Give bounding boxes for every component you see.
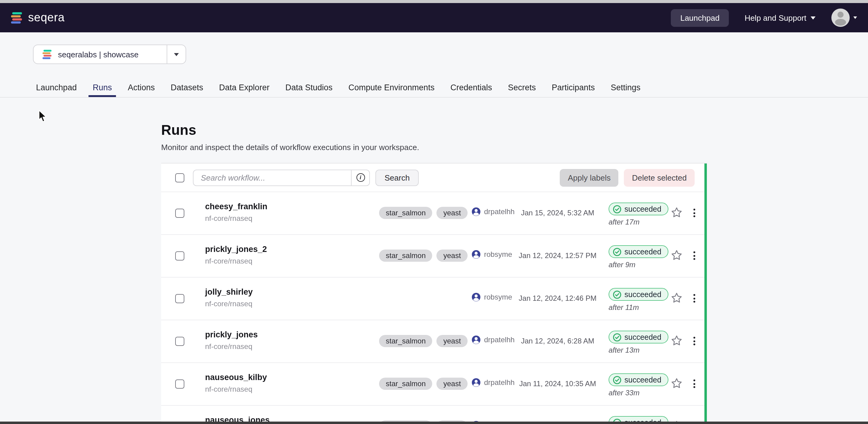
run-row[interactable]: prickly_jones nf-core/rnaseq star_salmon…	[161, 320, 707, 362]
run-labels: star_salmonyeast	[379, 207, 468, 219]
runs-table-card: i Search Apply labels Delete selected ch…	[161, 163, 707, 424]
check-circle-icon	[613, 205, 621, 213]
kebab-menu-icon[interactable]	[690, 250, 698, 262]
status-badge: succeeded	[609, 373, 669, 386]
kebab-menu-icon[interactable]	[690, 335, 698, 347]
tab-participants[interactable]: Participants	[548, 83, 599, 97]
search-button[interactable]: Search	[375, 169, 419, 186]
run-row[interactable]: cheesy_franklin nf-core/rnaseq star_salm…	[161, 192, 707, 234]
run-duration: after 33m	[609, 389, 640, 397]
run-user: drpatelhh	[472, 378, 515, 387]
status-label: succeeded	[624, 290, 661, 299]
window-bottom-edge	[0, 422, 868, 424]
tab-bar: LaunchpadRunsActionsDatasetsData Explore…	[0, 83, 868, 98]
select-all-checkbox[interactable]	[175, 173, 184, 182]
label-pill: star_salmon	[379, 378, 432, 390]
workspace-dropdown-toggle[interactable]	[167, 45, 186, 63]
brand-name: seqera	[28, 11, 65, 24]
star-button[interactable]	[670, 334, 682, 347]
info-icon: i	[356, 173, 365, 182]
star-icon	[671, 335, 682, 346]
star-icon	[671, 249, 682, 261]
run-user: robsyme	[472, 250, 512, 259]
tab-datasets[interactable]: Datasets	[166, 83, 208, 97]
check-circle-icon	[613, 290, 621, 299]
run-date: Jan 12, 2024, 6:28 AM	[510, 337, 605, 345]
page-title: Runs	[161, 121, 707, 139]
status-badge: succeeded	[609, 331, 669, 344]
status-badge: succeeded	[609, 202, 669, 215]
star-button[interactable]	[670, 377, 682, 389]
run-date: Jan 11, 2024, 10:35 AM	[510, 380, 605, 388]
run-pipeline: nf-core/rnaseq	[205, 257, 252, 265]
run-duration: after 9m	[609, 261, 636, 269]
avatar	[831, 8, 850, 27]
run-labels: star_salmonyeast	[379, 335, 468, 347]
user-icon	[472, 250, 480, 259]
row-checkbox[interactable]	[175, 209, 184, 218]
run-date: Jan 15, 2024, 5:32 AM	[510, 209, 605, 217]
tab-launchpad[interactable]: Launchpad	[32, 83, 81, 97]
kebab-menu-icon[interactable]	[690, 378, 698, 390]
star-icon	[671, 292, 682, 303]
help-and-support-menu[interactable]: Help and Support	[745, 13, 815, 22]
tab-actions[interactable]: Actions	[124, 83, 159, 97]
star-button[interactable]	[670, 206, 682, 219]
workspace-row: seqeralabs | showcase	[0, 32, 868, 64]
star-button[interactable]	[670, 249, 682, 261]
delete-selected-button[interactable]: Delete selected	[624, 169, 695, 186]
row-checkbox[interactable]	[175, 294, 184, 303]
runs-toolbar: i Search Apply labels Delete selected	[161, 163, 707, 192]
apply-labels-button[interactable]: Apply labels	[560, 169, 619, 186]
run-name: cheesy_franklin	[205, 202, 267, 211]
table-accent-bar	[705, 163, 707, 424]
run-row[interactable]: nauseous_jones nf-core/rnaseq star_salmo…	[161, 405, 707, 424]
runs-table-body: cheesy_franklin nf-core/rnaseq star_salm…	[161, 192, 707, 424]
window-top-edge	[0, 0, 868, 3]
tab-credentials[interactable]: Credentials	[446, 83, 497, 97]
status-label: succeeded	[624, 205, 661, 213]
kebab-menu-icon[interactable]	[690, 207, 698, 219]
main-content: Runs Monitor and inspect the details of …	[161, 121, 707, 424]
run-user: drpatelhh	[472, 207, 515, 216]
tab-compute-environments[interactable]: Compute Environments	[344, 83, 439, 97]
row-checkbox[interactable]	[175, 251, 184, 261]
row-checkbox[interactable]	[175, 337, 184, 346]
check-circle-icon	[613, 248, 621, 256]
run-status: succeeded	[609, 245, 669, 258]
workspace-selector[interactable]: seqeralabs | showcase	[33, 44, 186, 64]
user-menu[interactable]	[831, 8, 857, 27]
tab-settings[interactable]: Settings	[607, 83, 645, 97]
search-input[interactable]	[193, 170, 351, 185]
run-status: succeeded	[609, 331, 669, 344]
run-row[interactable]: nauseous_kilby nf-core/rnaseq star_salmo…	[161, 362, 707, 405]
tab-data-studios[interactable]: Data Studios	[281, 83, 337, 97]
label-pill: yeast	[437, 378, 468, 390]
run-row[interactable]: prickly_jones_2 nf-core/rnaseq star_salm…	[161, 234, 707, 277]
launchpad-button[interactable]: Launchpad	[671, 9, 729, 27]
run-duration: after 13m	[609, 346, 640, 354]
kebab-menu-icon[interactable]	[690, 292, 698, 304]
run-status: succeeded	[609, 202, 669, 216]
label-pill: star_salmon	[379, 250, 432, 262]
run-date: Jan 12, 2024, 12:57 PM	[510, 251, 605, 260]
star-icon	[671, 206, 682, 218]
tab-runs[interactable]: Runs	[89, 83, 116, 97]
top-navbar: seqera Launchpad Help and Support	[0, 3, 868, 32]
tab-data-explorer[interactable]: Data Explorer	[215, 83, 274, 97]
search-group: i	[193, 169, 370, 186]
row-checkbox[interactable]	[175, 380, 184, 389]
screen: seqera Launchpad Help and Support	[0, 0, 868, 424]
run-status: succeeded	[609, 288, 669, 301]
seqera-brand[interactable]: seqera	[10, 11, 65, 24]
user-icon	[472, 207, 480, 216]
search-info[interactable]: i	[351, 170, 369, 185]
run-row[interactable]: jolly_shirley nf-core/rnaseq robsyme Jan…	[161, 277, 707, 320]
user-icon	[472, 335, 480, 344]
tab-secrets[interactable]: Secrets	[504, 83, 540, 97]
cursor-pointer-icon	[38, 110, 48, 123]
star-button[interactable]	[670, 292, 682, 304]
run-pipeline: nf-core/rnaseq	[205, 342, 252, 351]
check-circle-icon	[613, 333, 621, 341]
run-user-name: robsyme	[484, 293, 512, 301]
